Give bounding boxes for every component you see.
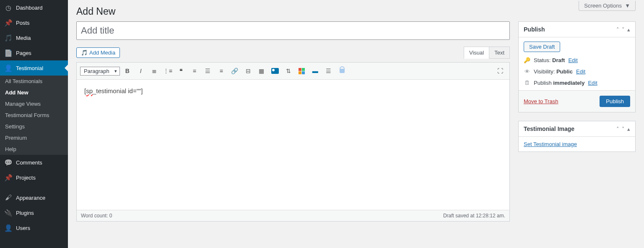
sidebar-item-label: Projects [16,175,36,181]
bullet-list-button[interactable]: ≣ [148,65,160,77]
link-button[interactable]: 🔗 [229,65,241,77]
align-center-button[interactable]: ☰ [202,65,214,77]
sidebar-item-dashboard[interactable]: ◷ Dashboard [0,0,68,15]
main-content: Screen Options ▼ Add New 🎵 Add Media Vis… [68,0,644,248]
publish-button[interactable]: Publish [600,96,630,107]
hr-button[interactable]: ▬ [309,65,321,77]
media-icon: 🎵 [4,34,13,42]
color-grid-button[interactable] [296,65,308,77]
sidebar-item-label: Testimonial [16,65,43,71]
sub-item-all-testimonials[interactable]: All Testimonials [0,76,68,87]
editor-toolbar: Paragraph B I ≣ ⋮≡ ❝ ≡ ☰ ≡ 🔗 ⊟ ▦ ⇅ [77,63,509,80]
sidebar-item-label: Plugins [16,210,34,216]
status-label: Status: Draft [534,57,565,63]
move-to-trash-link[interactable]: Move to Trash [524,98,558,104]
editor-box: Paragraph B I ≣ ⋮≡ ❝ ≡ ☰ ≡ 🔗 ⊟ ▦ ⇅ [76,62,510,222]
projects-icon: 📌 [4,173,13,182]
format-select-label: Paragraph [84,68,109,74]
publish-metabox: Publish ˄ ˅ ▴ Save Draft 🔑 Status: Draft… [518,21,636,112]
readmore-button[interactable]: ⊟ [242,65,254,77]
add-media-button[interactable]: 🎵 Add Media [76,47,120,58]
sidebar-item-label: Users [16,225,30,231]
toolbar-toggle-button[interactable]: ▦ [256,65,267,77]
sidebar-item-users[interactable]: 👤 Users [0,220,68,235]
sidebar-item-posts[interactable]: 📌 Posts [0,15,68,30]
dashboard-icon: ◷ [4,3,13,12]
sidebar-item-appearance[interactable]: 🖌 Appearance [0,190,68,205]
sidebar-item-comments[interactable]: 💬 Comments [0,155,68,170]
align-right-button[interactable]: ≡ [216,65,227,77]
sub-item-premium[interactable]: Premium [0,132,68,144]
sidebar-item-label: Dashboard [16,5,43,11]
sidebar-item-label: Pages [16,50,31,56]
comments-icon: 💬 [4,158,13,167]
pin-icon: 📌 [4,18,13,27]
plugins-icon: 🔌 [4,209,13,217]
collapse-icon[interactable]: ▴ [627,26,630,33]
tab-visual[interactable]: Visual [464,47,489,59]
format-select[interactable]: Paragraph [80,67,120,76]
sub-item-help[interactable]: Help [0,144,68,155]
sidebar-item-pages[interactable]: 📄 Pages [0,45,68,60]
set-testimonial-image-link[interactable]: Set Testimonial image [524,141,577,147]
admin-sidebar: ◷ Dashboard 📌 Posts 🎵 Media 📄 Pages 👤 Te… [0,0,68,248]
sidebar-item-label: Posts [16,20,30,26]
pages-icon: 📄 [4,49,13,57]
blockquote-button[interactable]: ❝ [175,65,187,77]
visibility-label: Visibility: Public [534,68,573,75]
image-box-title: Testimonial Image [524,125,574,132]
italic-button[interactable]: I [135,65,147,77]
key-icon: 🔑 [524,57,530,63]
sidebar-item-plugins[interactable]: 🔌 Plugins [0,205,68,220]
word-count: Word count: 0 [81,213,112,219]
bold-button[interactable]: B [122,65,133,77]
screen-options-button[interactable]: Screen Options ▼ [579,1,636,11]
sub-item-testimonial-forms[interactable]: Testimonial Forms [0,110,68,121]
page-title: Add New [76,0,636,21]
edit-schedule-link[interactable]: Edit [588,80,597,86]
align-left-button[interactable]: ≡ [189,65,200,77]
move-down-icon[interactable]: ˅ [622,26,625,33]
sidebar-item-label: Appearance [16,195,45,201]
edit-status-link[interactable]: Edit [568,57,577,63]
sub-item-manage-views[interactable]: Manage Views [0,98,68,110]
tab-text[interactable]: Text [489,47,510,59]
draft-saved-status: Draft saved at 12:28:12 am. [443,213,505,219]
screen-options-label: Screen Options [584,3,622,9]
fullscreen-button[interactable]: ⛶ [494,65,506,77]
sub-item-add-new[interactable]: Add New [0,87,68,98]
add-media-label: Add Media [89,50,115,56]
testimonial-icon: 👤 [4,64,13,72]
sidebar-item-testimonial[interactable]: 👤 Testimonial [0,60,68,76]
justify-button[interactable]: ☰ [323,65,335,77]
sidebar-item-projects[interactable]: 📌 Projects [0,170,68,185]
users-icon: 👤 [4,224,13,232]
save-draft-button[interactable]: Save Draft [524,42,560,52]
sidebar-submenu: All Testimonials Add New Manage Views Te… [0,76,68,155]
sidebar-item-media[interactable]: 🎵 Media [0,30,68,45]
sub-item-settings[interactable]: Settings [0,121,68,132]
editor-content: [sp_testimonial id=""] [84,87,143,94]
insert-image-button[interactable] [269,65,281,77]
move-down-icon[interactable]: ˅ [622,126,625,132]
editor-textarea[interactable]: [sp_testimonial id=""] [77,80,509,210]
sidebar-item-label: Media [16,35,31,41]
title-input[interactable] [76,21,510,40]
edit-visibility-link[interactable]: Edit [576,68,585,75]
move-up-icon[interactable]: ˄ [616,126,619,132]
calendar-icon: 🗓 [524,80,530,86]
testimonial-image-metabox: Testimonial Image ˄ ˅ ▴ Set Testimonial … [518,121,636,152]
numbered-list-button[interactable]: ⋮≡ [162,65,174,77]
media-icon: 🎵 [81,50,88,56]
eye-icon: 👁 [524,68,530,75]
lock-button[interactable] [336,65,348,77]
sidebar-item-label: Comments [16,159,42,166]
publish-title: Publish [524,26,545,33]
appearance-icon: 🖌 [4,193,13,202]
collapse-icon[interactable]: ▴ [627,126,630,132]
schedule-label: Publish immediately [534,80,584,86]
special-char-button[interactable]: ⇅ [283,65,294,77]
move-up-icon[interactable]: ˄ [616,26,619,33]
